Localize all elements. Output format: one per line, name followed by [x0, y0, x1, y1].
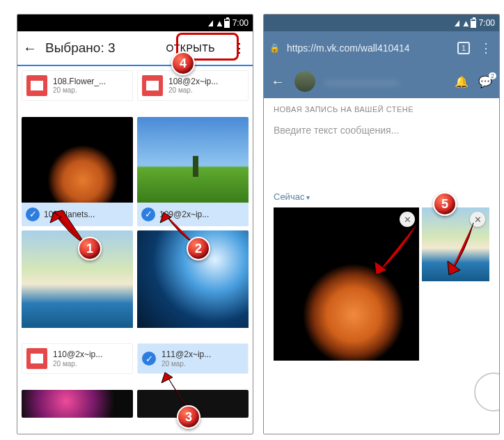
vk-post-screen: 7:00 🔒 https://m.vk.com/wall410414 1 ⋮ ←… [263, 14, 500, 434]
vk-header: ← ——————— 🔔 💬2 [264, 65, 499, 98]
file-date: 20 мар. [53, 86, 106, 95]
messages-icon[interactable]: 💬2 [478, 75, 492, 88]
checkmark-icon: ✓ [142, 352, 156, 366]
thumbnail-item[interactable] [22, 230, 133, 340]
file-item[interactable]: 110@2x~ip... 20 мар. [22, 343, 133, 374]
annotation-marker: 3 [177, 405, 200, 429]
file-name: 108@2x~ip... [168, 77, 218, 86]
selection-strip: ✓ 109.Planets... [22, 203, 133, 226]
post-text-input[interactable]: Введите текст сообщения... [274, 113, 489, 150]
vk-compose-body: НОВАЯ ЗАПИСЬ НА ВАШЕЙ СТЕНЕ Введите текс… [264, 98, 499, 418]
thumbnail-item[interactable] [22, 390, 133, 418]
vk-back-button[interactable]: ← [271, 74, 285, 90]
url-text: https://m.vk.com/wall410414 [287, 42, 450, 54]
avatar[interactable] [294, 71, 315, 92]
attach-button[interactable] [474, 372, 500, 411]
file-name: 109@2x~ip... [159, 210, 209, 219]
status-bar: 7:00 [17, 15, 253, 31]
back-button[interactable]: ← [23, 40, 37, 56]
tab-count[interactable]: 1 [457, 42, 470, 54]
thumbnail-beach [22, 230, 133, 328]
section-label: НОВАЯ ЗАПИСЬ НА ВАШЕЙ СТЕНЕ [274, 105, 489, 113]
image-file-icon [142, 75, 163, 96]
thumbnail-item-selected[interactable]: ✓ 109.Planets... [22, 117, 133, 226]
signal-icon [208, 20, 213, 26]
attachment-item[interactable]: ✕ [274, 207, 419, 361]
network-icon [462, 18, 468, 28]
file-picker-screen: 7:00 ← Выбрано: 3 ОТКРЫТЬ ⋮ 108.Flower_.… [17, 14, 253, 434]
attachment-preview-mars [274, 207, 419, 361]
picker-title: Выбрано: 3 [45, 40, 150, 56]
annotation-marker: 4 [171, 52, 195, 75]
attachments-row: ✕ ✕ [274, 207, 489, 361]
attachment-item[interactable]: ✕ [422, 207, 489, 281]
image-file-icon [26, 75, 47, 96]
lock-icon: 🔒 [269, 43, 280, 53]
file-name: 111@2x~ip... [162, 349, 211, 359]
file-name: 109.Planets... [44, 210, 95, 219]
status-time: 7:00 [233, 18, 249, 28]
selection-strip: ✓ 109@2x~ip... [137, 203, 249, 226]
file-item[interactable]: 108@2x~ip... 20 мар. [137, 70, 249, 101]
thumbnail-abstract [22, 390, 133, 418]
messages-badge: 2 [489, 72, 496, 79]
browser-menu-button[interactable]: ⋮ [477, 40, 494, 56]
image-file-icon [26, 348, 47, 369]
thumbnail-field [137, 117, 249, 214]
battery-icon [471, 19, 476, 28]
file-name: 108.Flower_... [53, 77, 106, 86]
file-item[interactable]: 108.Flower_... 20 мар. [22, 70, 133, 101]
remove-attachment-button[interactable]: ✕ [400, 212, 415, 227]
annotation-marker: 5 [433, 192, 457, 216]
file-date: 20 мар. [168, 86, 218, 95]
notifications-icon[interactable]: 🔔 [455, 75, 468, 88]
file-grid[interactable]: 108.Flower_... 20 мар. 108@2x~ip... 20 м… [17, 66, 253, 434]
browser-url-bar[interactable]: 🔒 https://m.vk.com/wall410414 1 ⋮ [264, 31, 499, 65]
checkmark-icon: ✓ [26, 207, 40, 221]
file-item-selected[interactable]: ✓ 111@2x~ip... 20 мар. [137, 343, 249, 374]
status-time: 7:00 [479, 18, 495, 28]
file-date: 20 мар. [162, 360, 211, 368]
post-time-selector[interactable]: Сейчас [274, 191, 489, 207]
thumbnail-mars [22, 117, 133, 214]
battery-icon [224, 19, 230, 28]
file-date: 20 мар. [53, 360, 102, 368]
annotation-marker: 2 [187, 237, 210, 260]
checkmark-icon: ✓ [141, 207, 155, 221]
annotation-marker: 1 [78, 237, 102, 260]
status-bar: 7:00 [264, 15, 499, 31]
signal-icon [455, 20, 459, 26]
network-icon [216, 18, 221, 28]
remove-attachment-button[interactable]: ✕ [470, 212, 485, 227]
file-name: 110@2x~ip... [53, 349, 102, 359]
thumbnail-item-selected[interactable]: ✓ 109@2x~ip... [137, 117, 249, 226]
vk-username[interactable]: ——————— [325, 76, 445, 88]
